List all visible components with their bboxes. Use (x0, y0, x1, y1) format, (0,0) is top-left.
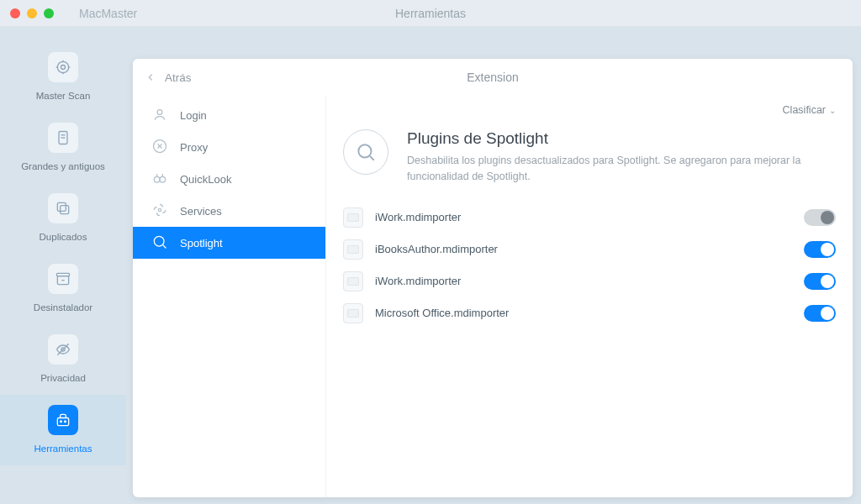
sidebar-item-label: Master Scan (36, 91, 91, 101)
svg-point-24 (160, 176, 166, 182)
back-button[interactable]: Atrás (133, 71, 192, 84)
search-icon (151, 234, 168, 253)
sidebar-item-label: Privacidad (40, 373, 86, 383)
sidebar-item-label: Grandes y antiguos (21, 161, 105, 171)
category-label: Login (180, 109, 207, 122)
svg-point-27 (158, 208, 161, 211)
panel-header: Atrás Extension (133, 59, 853, 96)
plugin-toggle[interactable] (804, 273, 836, 290)
detail-pane: Clasificar ⌄ Plugins de Spotlight Deshab… (326, 96, 853, 497)
svg-point-19 (157, 109, 162, 114)
hero-section: Plugins de Spotlight Deshabilita los plu… (326, 124, 853, 202)
category-item-login[interactable]: Login (133, 99, 325, 131)
file-icon (48, 123, 78, 153)
plugin-name: iWork.mdimporter (375, 275, 792, 287)
sidebar-item-master-scan[interactable]: Master Scan (0, 42, 126, 113)
category-item-quicklook[interactable]: QuickLook (133, 163, 325, 195)
binoculars-icon (151, 170, 168, 189)
back-label: Atrás (165, 71, 192, 84)
category-label: Services (180, 205, 222, 218)
plugin-toggle[interactable] (804, 241, 836, 258)
hero-title: Plugins de Spotlight (407, 129, 811, 148)
plugin-row: iBooksAuthor.mdimporter (343, 234, 836, 265)
chevron-left-icon (145, 71, 156, 83)
package-icon (343, 207, 363, 228)
svg-rect-10 (57, 202, 66, 211)
plugin-name: iWork.mdimporter (375, 211, 792, 223)
package-icon (343, 303, 363, 323)
category-list: LoginProxyQuickLookServicesSpotlight (133, 96, 326, 497)
svg-point-18 (65, 421, 66, 423)
plugin-name: Microsoft Office.mdimporter (375, 307, 792, 319)
svg-point-28 (154, 236, 164, 246)
plugin-row: iWork.mdimporter (343, 202, 836, 234)
plugin-row: Microsoft Office.mdimporter (343, 297, 836, 329)
category-label: Proxy (180, 141, 208, 154)
window-controls (0, 8, 54, 18)
svg-point-23 (154, 176, 160, 182)
titlebar: MacMaster Herramientas (0, 0, 861, 27)
close-window-button[interactable] (10, 8, 20, 18)
fan-icon (151, 202, 168, 221)
hero-description: Deshabilita los plugins desactualizados … (407, 153, 811, 185)
sort-label: Clasificar (783, 104, 826, 116)
window-title: Herramientas (395, 7, 466, 20)
svg-line-31 (370, 156, 374, 160)
extension-panel: Atrás Extension LoginProxyQuickLookServi… (133, 59, 853, 497)
svg-rect-9 (61, 206, 69, 214)
sidebar-item-label: Duplicados (40, 232, 87, 242)
svg-rect-12 (57, 273, 70, 276)
x-circle-icon (151, 138, 168, 157)
archive-icon (48, 264, 78, 294)
user-icon (151, 106, 168, 125)
main-sidebar: Master ScanGrandes y antiguosDuplicadosD… (0, 27, 126, 504)
sidebar-item-desinstalador[interactable]: Desinstalador (0, 254, 126, 324)
package-icon (343, 239, 363, 260)
toolbox-icon (48, 405, 78, 435)
copy-icon (48, 193, 78, 223)
category-label: QuickLook (180, 173, 231, 186)
svg-point-30 (358, 144, 371, 157)
svg-point-1 (61, 66, 66, 70)
svg-rect-16 (57, 418, 68, 426)
sidebar-item-privacidad[interactable]: Privacidad (0, 324, 126, 395)
category-item-proxy[interactable]: Proxy (133, 131, 325, 163)
sidebar-item-duplicados[interactable]: Duplicados (0, 183, 126, 254)
sidebar-item-herramientas[interactable]: Herramientas (0, 395, 126, 465)
minimize-window-button[interactable] (27, 8, 37, 18)
app-name: MacMaster (79, 7, 137, 20)
zoom-window-button[interactable] (44, 8, 54, 18)
plugin-name: iBooksAuthor.mdimporter (375, 243, 792, 255)
svg-point-17 (61, 421, 62, 423)
plugin-toggle[interactable] (804, 305, 836, 322)
plugin-list: iWork.mdimporteriBooksAuthor.mdimporteri… (326, 202, 853, 329)
category-item-spotlight[interactable]: Spotlight (133, 227, 325, 259)
category-label: Spotlight (180, 237, 223, 249)
sidebar-item-grandes-y-antiguos[interactable]: Grandes y antiguos (0, 113, 126, 183)
content-area: Atrás Extension LoginProxyQuickLookServi… (126, 27, 861, 504)
plugin-toggle[interactable] (804, 209, 836, 226)
plugin-row: iWork.mdimporter (343, 265, 836, 297)
package-icon (343, 271, 363, 291)
chevron-down-icon: ⌄ (829, 106, 836, 115)
panel-title: Extension (467, 71, 518, 84)
svg-line-29 (163, 244, 166, 248)
svg-point-0 (57, 61, 68, 72)
target-icon (48, 52, 78, 82)
sidebar-item-label: Herramientas (34, 444, 92, 454)
sort-dropdown[interactable]: Clasificar ⌄ (326, 96, 853, 124)
category-item-services[interactable]: Services (133, 195, 325, 227)
search-icon (343, 129, 388, 175)
sidebar-item-label: Desinstalador (34, 302, 92, 312)
eye-off-icon (48, 334, 78, 365)
